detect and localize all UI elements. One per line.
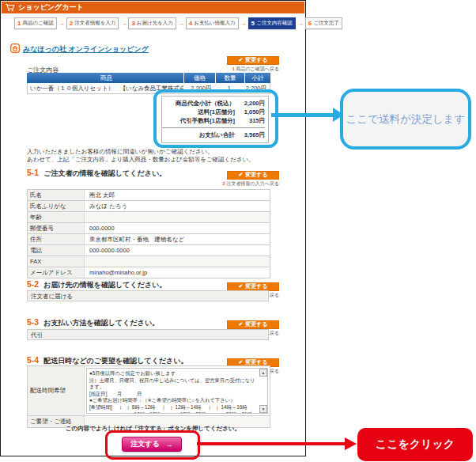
col-price: 価格 [183, 73, 215, 83]
check-icon: ✔ [238, 57, 243, 63]
delivery-request-table: 配送時間希望 ●5日後以降のご指定でお願い致します 注）土曜日、日曜日、祝日の申… [27, 365, 270, 428]
click-annotation-arrowhead [345, 437, 357, 450]
check-icon: ✔ [238, 283, 243, 290]
section-5-4-heading: 5-4 配送日時などのご要望を確認してください。 [27, 355, 188, 366]
section-5-3-heading: 5-3 お支払い方法を確認してください。 [27, 317, 159, 328]
order-table: 商品 価格 数量 小計 いか一番（１０個入りセット） 【いなみ食品工業株式会社】… [27, 73, 270, 94]
table-row: FAX [27, 256, 270, 267]
summary-shipping-row: 送料[1店舗分] 1,050円 [162, 108, 265, 116]
check-icon: ✔ [238, 172, 243, 178]
step-arrow-icon: → [178, 20, 184, 27]
order-change-block: ✔ 変更する 1 商品のご確認へ戻る [196, 51, 279, 73]
table-row: 年齢 [27, 212, 270, 223]
order-instruction-text: この内容でよろしければ「注文する」ボタンを押してください。 [1, 425, 305, 433]
table-row: 電話 000-0000-0000 [27, 245, 270, 256]
back-to-items-link[interactable]: 1 商品のご確認へ戻る [196, 66, 279, 73]
col-product: 商品 [27, 73, 183, 83]
shipping-change-button[interactable]: ✔ 変更する [227, 282, 279, 291]
checkout-steps: 1 商品のご確認 → 2 注文者情報を入力 → 3 お届け先を入力 → 4 お支… [14, 17, 342, 29]
order-table-header: 商品 価格 数量 小計 [27, 73, 270, 83]
back-to-orderer-link[interactable]: 2 注文者情報の入力へ戻る [196, 180, 279, 187]
click-annotation-arrow-line [197, 442, 346, 445]
shipping-destination-value: 注文者に届ける [27, 290, 269, 301]
place-order-button[interactable]: 注文する → [122, 437, 182, 452]
step-5-order-confirm-active: 5 ご注文内容確認 [248, 17, 296, 29]
step-2-orderer-info: 2 注文者情報を入力 [66, 17, 119, 29]
confirmation-notice: 入力いただきましたお客様の情報に間違いが無いかご確認ください。 あわせて、上記「… [27, 148, 255, 164]
step-arrow-icon: → [297, 20, 304, 27]
scroll-down-icon[interactable]: ▼ [259, 405, 267, 413]
orderer-info-table: 氏名 南北 太郎 氏名ふりがな みなほ たろう 年齢 郵便番号 000-0000… [27, 189, 270, 278]
scroll-up-icon[interactable]: ▲ [259, 369, 267, 377]
click-annotation-callout: ここをクリック [357, 428, 473, 461]
section-5-2-heading: 5-2 お届け先の情報を確認してください。 [27, 279, 166, 290]
home-icon [10, 42, 20, 56]
product-subtotal: 2,200円 [244, 83, 270, 93]
col-qty: 数量 [215, 73, 244, 83]
step-arrow-icon: → [59, 20, 65, 27]
price-summary-box: 商品代金小計（税込） 2,200円 送料[1店舗分] 1,050円 代引手数料[… [161, 96, 269, 143]
table-row: 住所 東京都市区町村・番地 建物名など [27, 234, 270, 245]
delivery-time-label: 配送時間希望 [28, 366, 85, 415]
screenshot-canvas: ショッピングカート 1 商品のご確認 → 2 注文者情報を入力 → 3 お届け先… [0, 0, 476, 462]
summary-cod-fee-row: 代引手数料[1店舗分] 315円 [162, 116, 265, 125]
orderer-change-block: ✔ 変更する 2 注文者情報の入力へ戻る [196, 165, 279, 187]
shipping-annotation-callout: ここで送料が決定します [340, 89, 471, 150]
check-icon: ✔ [238, 359, 243, 365]
summary-subtotal-row: 商品代金小計（税込） 2,200円 [162, 99, 265, 108]
delivery-time-scrollarea: ●5日後以降のご指定でお願い致します 注）土曜日、日曜日、祝日の申し込みについて… [86, 368, 268, 414]
page-titlebar: ショッピングカート [2, 2, 304, 13]
product-name: いか一番（１０個入りセット） 【いなみ食品工業株式会社】 [28, 83, 183, 93]
arrow-right-icon: → [166, 441, 173, 449]
orderer-change-button[interactable]: ✔ 変更する [227, 171, 279, 180]
product-qty: 1 [214, 83, 244, 93]
shop-header: みなほっの社 オンラインショッピング [10, 42, 149, 56]
order-table-row: いか一番（１０個入りセット） 【いなみ食品工業株式会社】 2,200円 1 2,… [27, 83, 270, 94]
table-row: 氏名 南北 太郎 [27, 190, 270, 201]
step-arrow-icon: → [120, 20, 127, 27]
cart-icon [5, 3, 15, 12]
step-1-item-confirm: 1 商品のご確認 [14, 17, 57, 29]
payment-change-button[interactable]: ✔ 変更する [227, 320, 279, 329]
shopping-cart-page: ショッピングカート 1 商品のご確認 → 2 注文者情報を入力 → 3 お届け先… [0, 0, 306, 456]
scrollbar[interactable]: ▲ ▼ [259, 369, 267, 413]
step-arrow-icon: → [240, 20, 247, 27]
page-title: ショッピングカート [18, 2, 84, 13]
section-5-1-heading: 5-1 ご注文者の情報を確認してください。 [27, 168, 166, 179]
delivery-time-text[interactable]: ●5日後以降のご指定でお願い致します 注）土曜日、日曜日、祝日の申し込みについて… [86, 368, 268, 414]
payment-method-value: 代引 [27, 329, 269, 340]
product-price: 2,200円 [183, 83, 215, 93]
order-change-button[interactable]: ✔ 変更する [227, 56, 279, 65]
step-4-payment: 4 お支払い情報入力 [186, 17, 239, 29]
table-row: 氏名ふりがな みなほ たろう [27, 201, 270, 212]
step-6-complete: 6 ご注文完了 [305, 17, 342, 29]
shop-title-link[interactable]: みなほっの社 オンラインショッピング [23, 44, 149, 55]
step-3-shipping: 3 お届け先を入力 [128, 17, 176, 29]
shipping-annotation-arrow-line [271, 113, 334, 117]
table-row: 郵便番号 000-0000 [27, 223, 270, 234]
check-icon: ✔ [238, 321, 243, 328]
col-subtotal: 小計 [244, 73, 270, 83]
delivery-time-row: 配送時間希望 ●5日後以降のご指定でお願い致します 注）土曜日、日曜日、祝日の申… [27, 366, 270, 416]
summary-total-row: お支払い合計 3,565円 [162, 127, 265, 140]
